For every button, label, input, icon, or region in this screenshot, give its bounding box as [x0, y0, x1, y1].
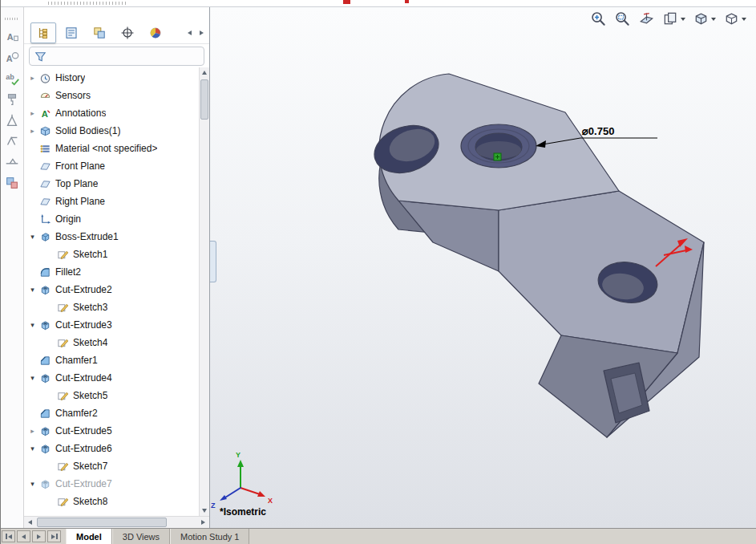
- tab-scroll-right-button[interactable]: [196, 26, 206, 40]
- tab-model[interactable]: Model: [66, 529, 112, 544]
- tree-item-front-plane[interactable]: Front Plane: [24, 157, 209, 175]
- tree-item-boss-extrude1[interactable]: ▾Boss-Extrude1: [24, 228, 209, 246]
- tree-item-label: Sketch5: [73, 390, 107, 401]
- sketch-point-marker[interactable]: [494, 153, 501, 160]
- first-tab-button[interactable]: [2, 530, 15, 542]
- datum-flag-button[interactable]: [2, 111, 22, 129]
- tree-item-label: Cut-Extrude5: [55, 425, 112, 436]
- displaymanager-tab[interactable]: [143, 22, 168, 43]
- tree-item-label: History: [55, 72, 85, 83]
- panel-splitter-handle[interactable]: [210, 241, 216, 282]
- expand-expanded-icon[interactable]: ▾: [27, 374, 38, 382]
- tree-item-label: Boss-Extrude1: [55, 231, 119, 242]
- tree-item-sketch3[interactable]: Sketch3: [24, 298, 209, 316]
- scroll-right-button[interactable]: [197, 517, 209, 528]
- tree-item-fillet2[interactable]: Fillet2: [24, 263, 209, 281]
- expand-collapsed-icon[interactable]: ▸: [27, 74, 38, 82]
- tree-item-right-plane[interactable]: Right Plane: [24, 193, 209, 210]
- last-tab-button[interactable]: [47, 530, 61, 542]
- feature-filter-bar[interactable]: [29, 47, 204, 66]
- expand-collapsed-icon[interactable]: ▸: [27, 427, 38, 435]
- tree-item-history[interactable]: ▸History: [24, 69, 209, 87]
- block-button[interactable]: [2, 173, 22, 192]
- svg-text:A: A: [6, 53, 12, 63]
- scroll-up-button[interactable]: [200, 67, 209, 78]
- expand-expanded-icon[interactable]: ▾: [27, 480, 38, 488]
- tree-item-cut-extrude2[interactable]: ▾Cut-Extrude2: [24, 281, 209, 298]
- plane-icon: [38, 160, 51, 173]
- tab-3d-views[interactable]: 3D Views: [112, 529, 170, 544]
- dropdown-caret-icon[interactable]: [742, 18, 746, 21]
- tree-item-cut-extrude7[interactable]: ▾Cut-Extrude7: [24, 475, 209, 493]
- expand-collapsed-icon[interactable]: ▸: [27, 127, 38, 135]
- tree-item-origin[interactable]: Origin: [24, 210, 209, 228]
- view-settings-button[interactable]: [662, 10, 685, 27]
- tree-item-material-not-specified[interactable]: Material <not specified>: [24, 140, 209, 157]
- configurationmanager-tab[interactable]: [87, 22, 112, 43]
- dimension-text[interactable]: ⌀0.750: [581, 125, 614, 137]
- scroll-left-button[interactable]: [24, 517, 36, 528]
- view-orientation-button[interactable]: [693, 10, 716, 27]
- tree-item-label: Sensors: [55, 90, 91, 101]
- tree-item-top-plane[interactable]: Top Plane: [24, 175, 209, 193]
- tree-item-label: Cut-Extrude2: [55, 284, 112, 295]
- display-style-button[interactable]: [723, 10, 746, 27]
- surface-finish-button[interactable]: [2, 132, 22, 150]
- tree-item-solid-bodies-1[interactable]: ▸Solid Bodies(1): [24, 122, 209, 140]
- propertymanager-tab[interactable]: [59, 22, 84, 43]
- tree-item-cut-extrude5[interactable]: ▸Cut-Extrude5: [24, 422, 209, 440]
- part-model[interactable]: ⌀0.750 Y X Z: [210, 6, 756, 528]
- tree-item-chamfer2[interactable]: Chamfer2: [24, 404, 209, 422]
- expand-expanded-icon[interactable]: ▾: [27, 445, 38, 453]
- tree-item-sketch4[interactable]: Sketch4: [24, 334, 209, 351]
- part-front-face[interactable]: [398, 201, 499, 271]
- weld-symbol-button[interactable]: [2, 152, 22, 171]
- dropdown-caret-icon[interactable]: [711, 18, 716, 21]
- tree-item-label: Top Plane: [55, 178, 98, 189]
- sketch-icon: [56, 495, 69, 508]
- scroll-down-button[interactable]: [200, 505, 209, 516]
- tree-item-cut-extrude6[interactable]: ▾Cut-Extrude6: [24, 440, 209, 457]
- tab-motion-study-1[interactable]: Motion Study 1: [170, 529, 249, 544]
- tree-item-sketch8[interactable]: Sketch8: [24, 493, 209, 510]
- tree-vertical-scrollbar[interactable]: [199, 67, 209, 516]
- tree-item-sensors[interactable]: Sensors: [24, 87, 209, 104]
- tree-horizontal-scrollbar[interactable]: [24, 516, 209, 528]
- zoom-in-button[interactable]: [590, 10, 607, 27]
- expand-expanded-icon[interactable]: ▾: [27, 233, 38, 241]
- note-button[interactable]: A: [2, 27, 22, 46]
- tree-item-sketch7[interactable]: Sketch7: [24, 457, 209, 475]
- tree-item-label: Material <not specified>: [55, 143, 157, 154]
- cut-extrude-icon: [38, 477, 51, 490]
- next-tab-button[interactable]: [32, 530, 46, 542]
- tree-item-label: Fillet2: [55, 266, 81, 278]
- tree-item-cut-extrude4[interactable]: ▾Cut-Extrude4: [24, 369, 209, 387]
- vertical-scroll-thumb[interactable]: [200, 79, 208, 120]
- tab-label: Model: [76, 532, 102, 542]
- tree-item-cut-extrude3[interactable]: ▾Cut-Extrude3: [24, 316, 209, 334]
- graphics-area[interactable]: ⌀0.750 Y X Z *Isometric: [210, 6, 756, 528]
- tree-item-chamfer1[interactable]: Chamfer1: [24, 351, 209, 369]
- horizontal-scroll-thumb[interactable]: [37, 518, 167, 527]
- dimxpertmanager-tab[interactable]: [115, 22, 140, 43]
- window-edge: [0, 0, 1, 544]
- cut-extrude-icon: [38, 424, 51, 437]
- zoom-to-area-button[interactable]: [614, 10, 631, 27]
- featuremanager-tab[interactable]: [30, 22, 56, 43]
- previous-tab-button[interactable]: [17, 530, 30, 542]
- expand-collapsed-icon[interactable]: ▸: [27, 109, 38, 117]
- tree-item-sketch1[interactable]: Sketch1: [24, 246, 209, 263]
- dropdown-caret-icon[interactable]: [681, 18, 685, 21]
- expand-expanded-icon[interactable]: ▾: [27, 286, 38, 294]
- panel-drag-handle[interactable]: [48, 2, 128, 5]
- tab-scroll-left-button[interactable]: [184, 26, 194, 40]
- tree-item-annotations[interactable]: ▸AAnnotations: [24, 104, 209, 122]
- filter-funnel-icon: [34, 50, 47, 63]
- expand-expanded-icon[interactable]: ▾: [27, 321, 38, 329]
- format-painter-button[interactable]: [2, 90, 22, 108]
- tree-item-sketch5[interactable]: Sketch5: [24, 387, 209, 404]
- balloon-button[interactable]: A: [2, 48, 22, 67]
- section-view-button[interactable]: [638, 10, 655, 27]
- spell-check-button[interactable]: ab: [2, 69, 22, 87]
- tree-item-label: Sketch8: [73, 496, 107, 507]
